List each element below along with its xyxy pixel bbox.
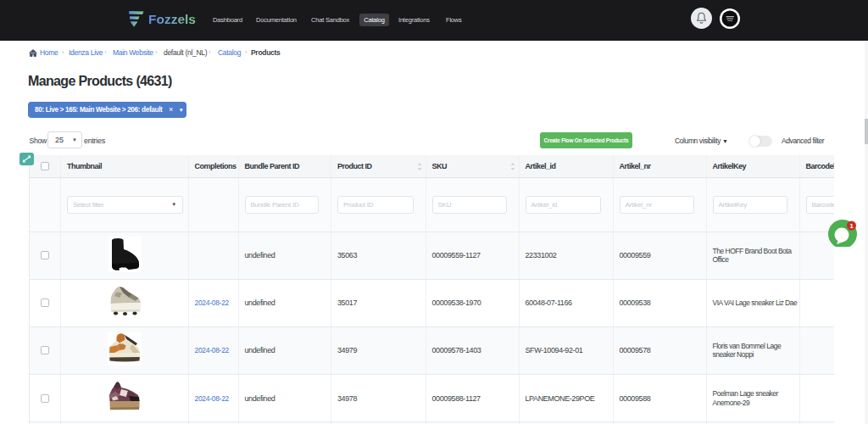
svg-text:1: 1 [849, 222, 853, 230]
